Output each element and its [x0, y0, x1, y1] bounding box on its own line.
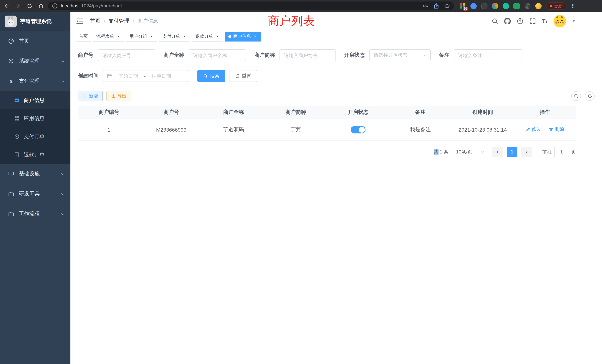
app-title: 芋道管理系统	[20, 18, 52, 25]
extension-drop-icon[interactable]	[470, 3, 477, 9]
app-logo[interactable]: 芋道管理系统	[0, 12, 70, 31]
status-select[interactable]: 请选择开启状态	[369, 49, 431, 61]
page-size-select[interactable]: 10条/页	[453, 147, 488, 157]
extension-grid-icon[interactable]: 10	[459, 3, 466, 9]
status-toggle[interactable]	[351, 126, 366, 133]
filter-row-2: 创建时间 - 搜索 重置	[78, 70, 595, 82]
extension-green-square-icon[interactable]	[513, 3, 520, 9]
start-date-input[interactable]	[115, 73, 142, 79]
chevron-down-icon	[61, 212, 65, 216]
tab-process-form[interactable]: 流程表单×	[93, 32, 124, 41]
address-bar[interactable]: localhost:1024/pay/merchant	[48, 1, 454, 10]
goto-page-input[interactable]	[554, 147, 569, 157]
close-icon[interactable]: ×	[215, 34, 220, 39]
help-icon[interactable]	[517, 18, 524, 24]
close-icon[interactable]: ×	[149, 34, 154, 39]
tab-refund-order[interactable]: 退款订单×	[192, 32, 223, 41]
tags-view: 首页 流程表单× 用户分组× 支付订单× 退款订单× 商户信息×	[70, 30, 602, 43]
tab-home[interactable]: 首页	[76, 32, 91, 41]
tab-merchant-info[interactable]: 商户信息×	[225, 32, 261, 41]
browser-menu-icon[interactable]: ⋮	[570, 3, 576, 9]
forward-icon[interactable]	[15, 3, 21, 9]
sidebar-item-pay-order[interactable]: 支付订单	[0, 128, 70, 146]
fullscreen-icon[interactable]	[529, 18, 536, 24]
record-icon	[14, 134, 20, 139]
sidebar-collapse-icon[interactable]	[76, 18, 83, 24]
user-menu-caret-icon[interactable]	[572, 19, 576, 23]
merchant-no-input[interactable]	[98, 49, 155, 61]
create-time-range-picker[interactable]: -	[103, 70, 188, 82]
extension-color-icon[interactable]	[492, 3, 498, 9]
page-number-1[interactable]: 1	[507, 147, 517, 157]
screen: localhost:1024/pay/merchant 10 更新 ⋮	[0, 0, 602, 364]
sidebar-item-dev-tools[interactable]: 研发工具	[0, 184, 70, 204]
dashboard-icon	[8, 38, 14, 44]
sidebar-item-payment[interactable]: ¥ 支付管理	[0, 71, 70, 91]
pagination: 共 1 条 10条/页 1 前往 页	[78, 147, 576, 157]
update-label: 更新	[554, 3, 563, 9]
goto-page: 前往 页	[542, 147, 576, 157]
address-bar-actions	[423, 3, 450, 9]
extension-avatar-icon[interactable]	[535, 3, 542, 9]
delete-link[interactable]: 删除	[549, 126, 564, 133]
remark-input[interactable]	[454, 49, 522, 61]
sidebar-item-workflow[interactable]: 工作流程	[0, 204, 70, 224]
password-key-icon[interactable]	[423, 3, 429, 9]
url-text: localhost:1024/pay/merchant	[61, 3, 420, 9]
prev-page-button[interactable]	[492, 147, 503, 157]
browser-update-button[interactable]: 更新	[546, 2, 566, 10]
home-icon[interactable]	[38, 3, 44, 9]
sidebar-item-refund-order[interactable]: 退款订单	[0, 146, 70, 164]
tab-user-group[interactable]: 用户分组×	[126, 32, 157, 41]
yen-icon: ¥	[8, 78, 14, 84]
cell-remark: 我是备注	[389, 119, 452, 140]
export-button[interactable]: 导出	[106, 91, 131, 101]
extension-pinwheel-icon[interactable]	[524, 3, 531, 9]
sidebar-item-merchant-info[interactable]: 商户信息	[0, 91, 70, 109]
next-page-button[interactable]	[521, 147, 532, 157]
sidebar-item-infra[interactable]: 基础设施	[0, 164, 70, 184]
sidebar-item-system[interactable]: 系统管理	[0, 51, 70, 71]
refresh-button[interactable]	[585, 91, 595, 101]
card-icon	[14, 97, 20, 103]
sidebar-item-app-info[interactable]: 应用信息	[0, 109, 70, 128]
merchant-short-input[interactable]	[280, 49, 336, 61]
cell-full-name: 芋道源码	[202, 119, 265, 140]
end-date-input[interactable]	[148, 73, 175, 79]
extension-dark-icon[interactable]	[481, 3, 487, 9]
share-icon[interactable]	[433, 3, 439, 9]
document-icon	[14, 152, 20, 158]
bookmark-star-icon[interactable]	[444, 3, 450, 9]
tab-pay-order[interactable]: 支付订单×	[159, 32, 190, 41]
breadcrumb-payment[interactable]: 支付管理	[109, 18, 129, 24]
add-button[interactable]: 新增	[78, 91, 103, 101]
cell-actions: 修改 删除	[514, 119, 576, 140]
app-navbar: 首页 / 支付管理 / 商户信息 TT	[70, 12, 602, 30]
calendar-icon	[107, 73, 113, 79]
merchant-name-input[interactable]	[189, 49, 246, 61]
merchant-table: 商户编号 商户号 商户全称 商户简称 开启状态 备注 创建时间 操作	[78, 106, 576, 141]
breadcrumb-home[interactable]: 首页	[90, 18, 100, 24]
range-separator: -	[144, 73, 146, 79]
reset-button[interactable]: 重置	[229, 70, 257, 82]
github-icon[interactable]	[504, 18, 511, 24]
sidebar-item-home[interactable]: 首页	[0, 31, 70, 51]
close-icon[interactable]: ×	[116, 34, 121, 39]
browser-chrome: localhost:1024/pay/merchant 10 更新 ⋮	[0, 0, 602, 12]
filter-row-1: 商户号 商户全称 商户简称 开启状态 请选择开启状态	[78, 49, 595, 61]
toggle-search-button[interactable]	[571, 91, 581, 101]
back-icon[interactable]	[4, 3, 10, 9]
search-icon[interactable]	[492, 18, 498, 24]
edit-link[interactable]: 修改	[526, 126, 541, 133]
cell-merchant-no: M233666999	[140, 119, 202, 140]
close-icon[interactable]: ×	[253, 34, 258, 39]
table-header-row: 商户编号 商户号 商户全称 商户简称 开启状态 备注 创建时间 操作	[78, 106, 576, 119]
reload-icon[interactable]	[27, 3, 33, 9]
site-info-icon[interactable]	[52, 3, 58, 9]
search-button[interactable]: 搜索	[197, 70, 225, 82]
breadcrumb-current: 商户信息	[138, 18, 158, 24]
user-avatar[interactable]	[553, 15, 566, 27]
extension-green-circle-icon[interactable]	[503, 3, 509, 9]
font-size-icon[interactable]: TT	[542, 18, 548, 24]
close-icon[interactable]: ×	[182, 34, 187, 39]
